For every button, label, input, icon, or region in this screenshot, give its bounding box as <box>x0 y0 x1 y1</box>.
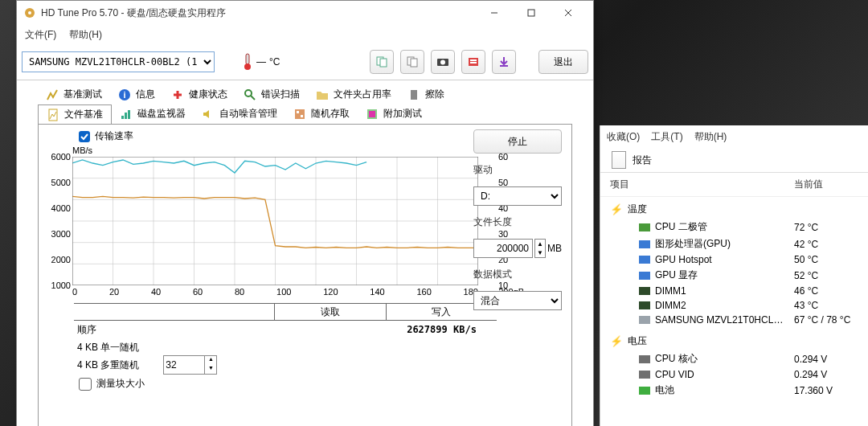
hw-menu-fav[interactable]: 收藏(O) <box>607 130 640 144</box>
app-icon <box>23 6 36 19</box>
lightning-icon: ⚡ <box>610 203 623 215</box>
minimize-button[interactable] <box>476 1 513 25</box>
sensor-name: DIMM1 <box>655 285 789 297</box>
write-seq-value: 2627899 KB/s <box>387 324 497 335</box>
col-value: 当前值 <box>794 178 858 191</box>
hwmonitor-window: 收藏(O) 工具(T) 帮助(H) 报告 项目 当前值 ⚡温度 CPU 二极管7… <box>600 125 868 426</box>
stop-button[interactable]: 停止 <box>473 129 562 154</box>
sensor-value: 46 °C <box>794 285 865 297</box>
svg-rect-27 <box>295 109 305 119</box>
menu-file[interactable]: 文件(F) <box>20 27 61 43</box>
tab-aam[interactable]: 自动噪音管理 <box>194 104 285 123</box>
sensor-icon <box>639 287 650 295</box>
svg-point-1 <box>28 11 31 14</box>
svg-point-13 <box>440 60 445 65</box>
tab-erase[interactable]: 擦除 <box>399 85 452 104</box>
sensor-name: 图形处理器(GPU) <box>655 237 789 251</box>
sensor-row[interactable]: SAMSUNG MZVL21T0HCLR-...67 °C / 78 °C <box>607 313 868 327</box>
col-item: 项目 <box>610 178 794 191</box>
tab-randomaccess[interactable]: 随机存取 <box>285 104 358 123</box>
sensor-icon <box>639 240 650 248</box>
hw-columns: 项目 当前值 <box>600 173 868 197</box>
sensor-row[interactable]: 电池17.360 V <box>607 382 868 399</box>
filelen-stepper[interactable]: ▲▼ <box>534 239 546 258</box>
tab-diskmonitor[interactable]: 磁盘监视器 <box>112 104 194 123</box>
sensor-row[interactable]: GPU 显存52 °C <box>607 267 868 284</box>
copy-text-button[interactable] <box>370 50 394 74</box>
filelen-label: 文件长度 <box>473 215 562 229</box>
row-seq-label: 顺序 <box>74 323 276 337</box>
save-button[interactable] <box>492 50 516 74</box>
drive-select[interactable]: D: <box>473 186 562 206</box>
svg-rect-11 <box>411 59 417 67</box>
sensor-value: 0.294 V <box>794 369 865 380</box>
svg-rect-3 <box>528 10 534 16</box>
measure-block-checkbox[interactable] <box>79 378 92 391</box>
group-voltage[interactable]: ⚡电压 <box>607 332 868 350</box>
results-table: 读取 写入 顺序 2627899 KB/s 4 KB 单一随机 <box>74 303 497 374</box>
col-read: 读取 <box>275 304 386 321</box>
svg-rect-16 <box>470 62 477 63</box>
sensor-row[interactable]: GPU Hotspot50 °C <box>607 252 868 267</box>
row-4kb-multi: 4 KB 多重随机 <box>77 358 139 372</box>
temperature-display: — °C <box>237 53 285 71</box>
svg-point-7 <box>244 63 251 70</box>
row-4kb-single: 4 KB 单一随机 <box>74 341 278 354</box>
copy-info-button[interactable] <box>400 50 424 74</box>
sensor-value: 0.294 V <box>794 354 865 365</box>
tab-info[interactable]: i信息 <box>110 85 163 104</box>
lightning-icon: ⚡ <box>610 335 623 347</box>
maximize-button[interactable] <box>513 1 550 25</box>
exit-button[interactable]: 退出 <box>538 50 588 74</box>
sensor-row[interactable]: DIMM146 °C <box>607 284 868 298</box>
svg-rect-9 <box>380 59 387 67</box>
svg-rect-28 <box>297 111 299 113</box>
tab-errorscan[interactable]: 错误扫描 <box>235 85 308 104</box>
close-button[interactable] <box>550 1 587 25</box>
settings-button[interactable] <box>461 50 485 74</box>
svg-rect-26 <box>128 110 130 119</box>
sensor-icon <box>639 355 650 363</box>
sensor-row[interactable]: CPU VID0.294 V <box>607 367 868 382</box>
titlebar: HD Tune Pro 5.70 - 硬盘/固态硬盘实用程序 <box>17 1 593 25</box>
hdtune-window: HD Tune Pro 5.70 - 硬盘/固态硬盘实用程序 文件(F) 帮助(… <box>16 0 594 426</box>
mode-label: 数据模式 <box>473 268 562 281</box>
sensor-row[interactable]: CPU 核心0.294 V <box>607 350 868 367</box>
window-title: HD Tune Pro 5.70 - 硬盘/固态硬盘实用程序 <box>41 6 476 20</box>
sensor-row[interactable]: DIMM243 °C <box>607 298 868 313</box>
group-temperature[interactable]: ⚡温度 <box>607 200 868 219</box>
tab-benchmark[interactable]: 基准测试 <box>38 85 110 104</box>
hw-tree: ⚡温度 CPU 二极管72 °C图形处理器(GPU)42 °CGPU Hotsp… <box>600 197 868 399</box>
sensor-row[interactable]: 图形处理器(GPU)42 °C <box>607 236 868 252</box>
multi-stepper[interactable]: ▲▼ <box>205 355 217 375</box>
screenshot-button[interactable] <box>431 50 455 74</box>
sensor-name: CPU VID <box>655 369 789 380</box>
mode-select[interactable]: 混合 <box>473 291 562 310</box>
svg-rect-22 <box>411 90 417 100</box>
svg-rect-31 <box>369 111 375 117</box>
tab-filebenchmark[interactable]: 文件基准 <box>38 104 112 125</box>
device-select[interactable]: SAMSUNG MZVL21T0HCLR-00BL2 (1024 <box>22 51 215 72</box>
sensor-name: GPU 显存 <box>655 268 789 282</box>
sensor-icon <box>639 272 650 280</box>
sensor-row[interactable]: CPU 二极管72 °C <box>607 219 868 236</box>
filebenchmark-panel: 传输速率 MB/s ms 600050004000300020001000 60… <box>38 124 572 426</box>
transfer-rate-checkbox[interactable]: 传输速率 <box>79 129 133 143</box>
sensor-icon <box>639 256 650 264</box>
sensor-icon <box>639 387 650 395</box>
hw-menu-tools[interactable]: 工具(T) <box>651 130 682 144</box>
tab-health[interactable]: 健康状态 <box>163 85 235 104</box>
svg-point-20 <box>245 90 252 96</box>
tab-extratests[interactable]: 附加测试 <box>358 104 430 123</box>
sensor-name: DIMM2 <box>655 300 789 311</box>
tab-folderusage[interactable]: 文件夹占用率 <box>308 85 399 104</box>
menu-help[interactable]: 帮助(H) <box>64 27 107 43</box>
hw-menu-help[interactable]: 帮助(H) <box>694 130 727 144</box>
multi-threads-input[interactable] <box>163 355 205 375</box>
filelen-input[interactable] <box>473 239 533 258</box>
report-label[interactable]: 报告 <box>633 154 652 167</box>
svg-rect-17 <box>500 65 508 67</box>
x-ticks: 020406080100120140160180 <box>72 287 478 297</box>
thermometer-icon <box>242 53 253 71</box>
svg-text:i: i <box>123 90 125 100</box>
